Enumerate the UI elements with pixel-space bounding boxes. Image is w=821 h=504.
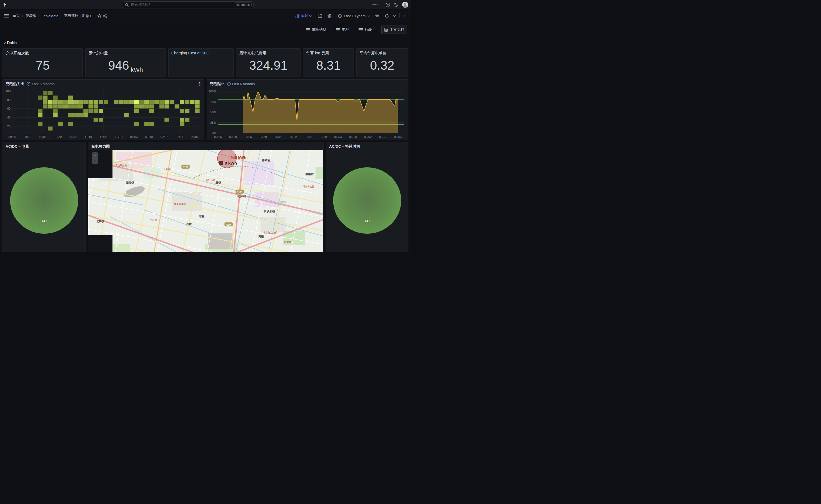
pie-slice-label: AC — [41, 219, 47, 223]
svg-text:02/02: 02/02 — [364, 135, 372, 138]
dashboard-link-label: 中文文档 — [390, 27, 404, 32]
breadcrumb-item[interactable]: 充电统计（汇总） — [64, 13, 93, 18]
panel-header: 充电热力图 Last 6 months — [3, 80, 204, 88]
panel-title[interactable]: 充电起止 — [210, 81, 225, 86]
area-plot[interactable]: 09/0509/2010/0510/2011/0411/1912/0412/19… — [207, 88, 408, 140]
dashboard-settings-button[interactable] — [327, 13, 333, 19]
stat-panel: 平均每度电单价0.32 — [356, 48, 408, 77]
map-viewport[interactable]: S101S101S20罗山高架路金科路高科东路川南奉公路华夏高架路中环路华东路立… — [88, 150, 323, 252]
map-zoom-out-button[interactable]: − — [92, 158, 98, 164]
stat-title[interactable]: 充电开始次数 — [6, 51, 80, 56]
panel-title[interactable]: AC/DC – 持续时间 — [329, 144, 360, 149]
collapse-topbar-button[interactable] — [404, 14, 407, 18]
panel-title[interactable]: 充电热力图 — [91, 144, 110, 149]
stat-title[interactable]: 每百 km 费用 — [306, 51, 351, 56]
stat-value: 75 — [36, 59, 50, 72]
section-title: Dabb — [7, 41, 17, 45]
plus-icon — [372, 3, 379, 7]
svg-text:09/05: 09/05 — [8, 135, 16, 138]
dashboard-link[interactable]: 车辆信息 — [306, 27, 326, 32]
chevron-down-icon — [309, 14, 312, 17]
panel-title[interactable]: 充电热力图 — [6, 81, 24, 86]
refresh-button[interactable] — [384, 13, 390, 19]
place-name-label: 药师村 — [237, 195, 246, 198]
svg-text:60: 60 — [7, 107, 11, 110]
breadcrumb-item[interactable]: TeslaMate — [42, 14, 58, 18]
save-dashboard-button[interactable] — [317, 13, 323, 19]
kebab-icon — [199, 82, 200, 86]
stat-title[interactable]: 累计充电总费用 — [239, 51, 298, 56]
road-name-label: 中环路 — [150, 218, 157, 221]
road-name-label: 金科路 — [163, 168, 171, 171]
new-menu-button[interactable] — [372, 2, 379, 7]
breadcrumb-item[interactable]: 仪表板 — [26, 13, 36, 18]
clock-icon — [338, 14, 342, 18]
road-name-label: 华夏高架路 — [174, 203, 186, 205]
topbar-divider — [382, 2, 382, 7]
svg-text:12/04: 12/04 — [100, 135, 107, 138]
pie-chart-duration[interactable] — [333, 167, 401, 234]
place-name-label: 华夏 — [198, 215, 204, 218]
search-input[interactable] — [130, 2, 234, 7]
map-zoom-controls: + − — [92, 152, 98, 164]
panel-menu-kebab[interactable] — [198, 81, 201, 86]
panel-title[interactable]: AC/DC – 电量 — [6, 144, 29, 149]
place-name-label: 张江镇 — [126, 181, 134, 184]
stat-title[interactable]: Charging Cost at SuC — [171, 51, 231, 55]
place-name-label: 唐镇 — [215, 181, 222, 184]
topbar-actions: ? — [372, 0, 408, 9]
user-avatar[interactable] — [402, 2, 408, 8]
heatmap-plot[interactable]: 09/0509/2010/0510/2011/0411/1912/0412/19… — [3, 88, 204, 140]
list-icon — [306, 28, 310, 31]
road-name-label: 川南奉公路 — [303, 185, 315, 188]
hamburger-icon — [4, 14, 9, 18]
refresh-interval-dropdown[interactable] — [393, 14, 396, 17]
stat-title[interactable]: 累计总电量 — [88, 51, 162, 56]
grafana-app: cmd+k ? 首页›仪表板›TeslaMate›充电统计（汇总） — [0, 0, 410, 252]
road-ref-badge: S101 — [182, 166, 188, 168]
pie-chart-energy[interactable] — [10, 167, 78, 234]
global-search[interactable]: cmd+k — [123, 1, 254, 8]
svg-text:09/20: 09/20 — [24, 135, 31, 138]
news-button[interactable] — [394, 2, 399, 8]
zoom-out-time-button[interactable] — [375, 13, 380, 19]
panel-time-range-link[interactable]: Last 6 months — [27, 82, 55, 86]
road-name-label: 罗山高架路 — [115, 164, 127, 167]
breadcrumb: 首页›仪表板›TeslaMate›充电统计（汇总） — [13, 13, 93, 18]
map-tiles[interactable]: S101S101S20罗山高架路金科路高科东路川南奉公路华夏高架路中环路华东路立… — [88, 150, 323, 252]
row-section-header[interactable]: Dabb — [3, 41, 17, 45]
refresh-icon — [385, 14, 389, 18]
add-panel-icon — [296, 14, 300, 18]
stat-title[interactable]: 平均每度电单价 — [359, 51, 405, 56]
stat-panel: 每百 km 费用8.31 — [303, 48, 354, 77]
panel-time-range-link[interactable]: Last 6 months — [227, 82, 255, 86]
stat-value: 324.91 — [249, 59, 288, 72]
dashboard-link[interactable]: 电池 — [336, 27, 349, 32]
dashboard-links-row: 车辆信息电池行驶中文文档 — [306, 26, 407, 34]
breadcrumb-item[interactable]: 首页 — [13, 13, 20, 18]
map-zoom-in-button[interactable]: + — [92, 152, 98, 158]
save-icon — [318, 14, 322, 18]
keyboard-icon — [236, 4, 240, 6]
pie-slice-label: AC — [364, 219, 370, 223]
grafana-logo-icon[interactable] — [0, 0, 9, 9]
dashboard-link[interactable]: 行驶 — [359, 27, 372, 32]
heatmap-chart-panel: 充电热力图 Last 6 months 09/0509/2010/0510/20… — [2, 79, 204, 140]
list-icon — [359, 28, 363, 31]
svg-text:02/17: 02/17 — [379, 135, 387, 138]
mega-menu-toggle[interactable] — [3, 13, 9, 18]
dashboard-link[interactable]: 中文文档 — [381, 26, 407, 34]
breadcrumb-separator: › — [39, 14, 40, 18]
share-dashboard-button[interactable] — [102, 13, 108, 19]
help-button[interactable]: ? — [385, 2, 391, 8]
road-name-label: 高科东路 — [206, 178, 215, 181]
svg-text:02/17: 02/17 — [176, 135, 183, 138]
time-range-picker[interactable]: Last 10 years — [336, 14, 371, 18]
add-panel-button[interactable]: 添加 — [294, 13, 313, 19]
svg-text:09/20: 09/20 — [229, 135, 237, 138]
star-dashboard-button[interactable] — [97, 13, 102, 19]
svg-text:12/19: 12/19 — [319, 135, 327, 138]
svg-text:09/05: 09/05 — [214, 135, 222, 138]
svg-text:10/05: 10/05 — [244, 135, 252, 138]
panel-header: AC/DC – 电量 — [3, 142, 85, 151]
